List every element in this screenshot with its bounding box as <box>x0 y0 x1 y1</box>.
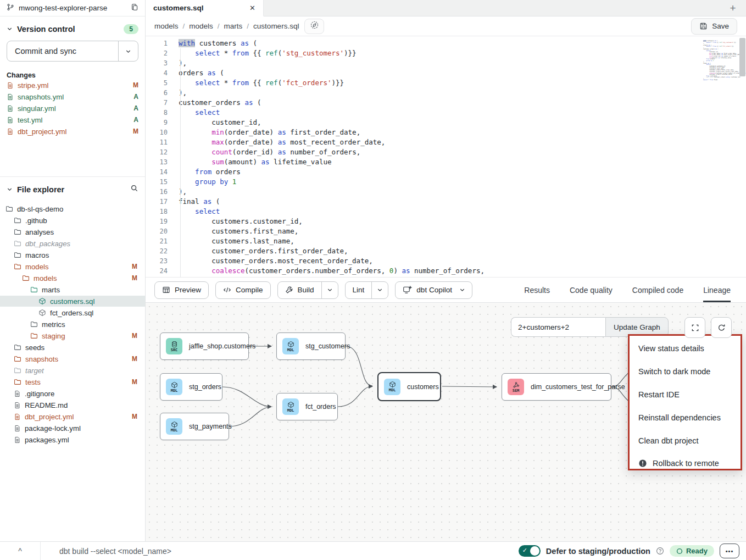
lineage-canvas[interactable]: SRCjaffle_shop.customersMDLstg_customers… <box>146 303 746 541</box>
menu-item-clean-dbt-project[interactable]: Clean dbt project <box>630 429 741 452</box>
code-line-8[interactable]: 8 select <box>146 108 746 118</box>
tree-item-tests[interactable]: testsM <box>0 376 145 387</box>
lineage-node-stg-orders[interactable]: MDLstg_orders <box>160 373 222 401</box>
code-line-17[interactable]: 17final as ( <box>146 197 746 207</box>
menu-item-rollback-to-remote[interactable]: Rollback to remote <box>630 453 741 473</box>
code-line-1[interactable]: 1with customers as ( <box>146 38 746 48</box>
tree-item-readme-md[interactable]: README.md <box>0 400 145 411</box>
save-button[interactable]: Save <box>691 18 737 35</box>
tree-item-macros[interactable]: macros <box>0 249 145 260</box>
build-button[interactable]: Build <box>277 281 338 299</box>
dbt-copilot-button[interactable]: dbt Copilot <box>395 281 472 299</box>
breadcrumb-item-models[interactable]: models <box>189 22 213 30</box>
collapse-statusbar-button[interactable]: ^ <box>0 542 41 560</box>
code-line-5[interactable]: 5 select * from {{ ref('fct_orders')}} <box>146 78 746 88</box>
commit-and-sync-button[interactable]: Commit and sync <box>7 41 138 62</box>
lineage-selector-input[interactable] <box>511 317 605 337</box>
version-control-header[interactable]: Version control 5 <box>0 16 145 40</box>
tree-item-seeds[interactable]: seeds <box>0 342 145 353</box>
code-line-7[interactable]: 7customer_orders as ( <box>146 98 746 108</box>
tree-item-gitignore[interactable]: .gitignore <box>0 388 145 399</box>
code-line-13[interactable]: 13 sum(amount) as lifetime_value <box>146 157 746 167</box>
tree-item-customers-sql[interactable]: customers.sql <box>0 296 145 307</box>
panel-tab-code-quality[interactable]: Code quality <box>570 278 613 302</box>
menu-item-view-status-details[interactable]: View status details <box>630 337 741 360</box>
code-line-9[interactable]: 9 customer_id, <box>146 118 746 127</box>
code-line-14[interactable]: 14 from orders <box>146 167 746 177</box>
copy-icon[interactable] <box>131 3 138 13</box>
tree-item-db-sl-qs-demo[interactable]: db-sl-qs-demo <box>0 203 145 214</box>
lineage-node-stg-payments[interactable]: MDLstg_payments <box>160 413 229 440</box>
code-line-4[interactable]: 4orders as ( <box>146 68 746 78</box>
lint-options-chevron[interactable] <box>371 282 388 298</box>
change-row-test-yml[interactable]: test.ymlA <box>0 114 145 125</box>
code-line-19[interactable]: 19 customers.customer_id, <box>146 217 746 226</box>
ide-options-button[interactable]: ••• <box>720 544 739 558</box>
lineage-node-dim-customers-test-for-parse[interactable]: SEMdim_customers_test_for_parse <box>502 373 611 401</box>
tree-item-staging[interactable]: stagingM <box>0 330 145 341</box>
menu-item-reinstall-dependencies[interactable]: Reinstall dependencies <box>630 406 741 429</box>
tree-item-marts[interactable]: marts <box>0 284 145 295</box>
lineage-node-stg-customers[interactable]: MDLstg_customers <box>276 332 346 360</box>
change-row-dbt-project-yml[interactable]: dbt_project.ymlM <box>0 126 145 137</box>
code-line-10[interactable]: 10 min(order_date) as first_order_date, <box>146 127 746 137</box>
tree-item-packages-yml[interactable]: packages.yml <box>0 434 145 445</box>
code-editor[interactable]: 1with customers as (2 select * from {{ r… <box>146 36 746 277</box>
tree-item-analyses[interactable]: analyses <box>0 226 145 237</box>
menu-item-switch-to-dark-mode[interactable]: Switch to dark mode <box>630 360 741 383</box>
code-line-18[interactable]: 18 select <box>146 207 746 217</box>
code-line-11[interactable]: 11 max(order_date) as most_recent_order_… <box>146 137 746 147</box>
change-row-snapshots-yml[interactable]: snapshots.ymlA <box>0 91 145 102</box>
tab-customers-sql[interactable]: customers.sql ✕ <box>146 0 264 16</box>
tree-item-dbt-project-yml[interactable]: dbt_project.ymlM <box>0 411 145 422</box>
build-options-chevron[interactable] <box>321 282 338 298</box>
compile-button[interactable]: Compile <box>215 281 271 299</box>
breadcrumb-item-marts[interactable]: marts <box>224 22 243 30</box>
code-line-25[interactable]: 25 customer_orders.lifetime_value <box>146 276 746 277</box>
fullscreen-button[interactable] <box>684 317 705 338</box>
refresh-graph-button[interactable] <box>711 317 732 338</box>
code-line-3[interactable]: 3), <box>146 58 746 68</box>
preview-button[interactable]: Preview <box>154 281 209 299</box>
lineage-node-fct-orders[interactable]: MDLfct_orders <box>276 393 338 420</box>
lineage-node-customers[interactable]: MDLcustomers <box>377 372 441 401</box>
lineage-node-jaffle-shop-customers[interactable]: SRCjaffle_shop.customers <box>160 332 249 360</box>
panel-tab-lineage[interactable]: Lineage <box>703 278 731 302</box>
file-explorer-header[interactable]: File explorer <box>0 177 145 199</box>
panel-tab-results[interactable]: Results <box>524 278 550 302</box>
code-line-2[interactable]: 2 select * from {{ ref('stg_customers')}… <box>146 48 746 58</box>
tree-item-package-lock-yml[interactable]: package-lock.yml <box>0 423 145 434</box>
open-in-explorer-button[interactable] <box>304 19 324 34</box>
new-tab-button[interactable]: + <box>720 0 746 16</box>
breadcrumb-item-customers-sql[interactable]: customers.sql <box>253 22 299 30</box>
tree-item-fct-orders-sql[interactable]: fct_orders.sql <box>0 307 145 318</box>
tree-item-models[interactable]: modelsM <box>0 273 145 284</box>
help-icon[interactable] <box>656 547 664 555</box>
tree-item-metrics[interactable]: metrics <box>0 319 145 330</box>
breadcrumb-item-models[interactable]: models <box>154 22 179 30</box>
commit-options-chevron[interactable] <box>118 41 138 61</box>
code-line-24[interactable]: 24 coalesce(customer_orders.number_of_or… <box>146 266 746 276</box>
lint-button[interactable]: Lint <box>345 281 389 299</box>
code-line-22[interactable]: 22 customer_orders.first_order_date, <box>146 246 746 256</box>
tree-item-target[interactable]: target <box>0 365 145 376</box>
tree-item-github[interactable]: .github <box>0 215 145 226</box>
code-line-21[interactable]: 21 customers.last_name, <box>146 236 746 246</box>
defer-toggle[interactable]: ✓ <box>519 545 541 557</box>
panel-tab-compiled-code[interactable]: Compiled code <box>632 278 683 302</box>
tree-item-snapshots[interactable]: snapshotsM <box>0 353 145 364</box>
code-line-20[interactable]: 20 customers.first_name, <box>146 226 746 236</box>
change-row-stripe-yml[interactable]: stripe.ymlM <box>0 80 145 91</box>
tree-item-models[interactable]: modelsM <box>0 261 145 272</box>
code-line-12[interactable]: 12 count(order_id) as number_of_orders, <box>146 147 746 157</box>
close-tab-icon[interactable]: ✕ <box>249 4 255 12</box>
code-line-6[interactable]: 6), <box>146 88 746 98</box>
search-icon[interactable] <box>130 184 138 195</box>
change-row-singular-yml[interactable]: singular.ymlA <box>0 103 145 114</box>
code-line-15[interactable]: 15 group by 1 <box>146 177 746 187</box>
code-line-23[interactable]: 23 customer_orders.most_recent_order_dat… <box>146 256 746 266</box>
menu-item-restart-ide[interactable]: Restart IDE <box>630 383 741 406</box>
minimap[interactable]: with customers as ( select * from {{ ref… <box>703 41 737 81</box>
editor-scrollbar[interactable] <box>739 38 745 76</box>
code-line-16[interactable]: 16), <box>146 187 746 197</box>
